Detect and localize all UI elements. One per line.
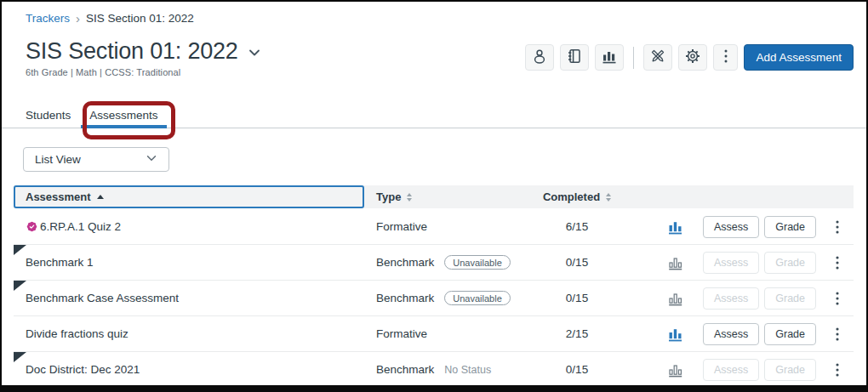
matrix-view-button[interactable] [560, 44, 589, 71]
assess-button: Assess [703, 287, 759, 310]
assess-button[interactable]: Assess [703, 323, 759, 345]
title-chevron-down-icon[interactable] [247, 45, 262, 60]
assessment-type: Formative [376, 327, 427, 340]
view-filter-row: List View [2, 147, 866, 172]
results-chart-icon [667, 361, 684, 378]
assess-button[interactable]: Assess [703, 216, 759, 238]
more-options-button[interactable] [713, 44, 738, 71]
column-header-completed[interactable]: Completed [514, 190, 640, 203]
assessment-name[interactable]: Divide fractions quiz [26, 327, 128, 340]
results-chart-icon [667, 254, 684, 271]
sort-icon [407, 193, 412, 202]
completed-count: 0/15 [514, 363, 640, 376]
results-chart-icon[interactable] [667, 326, 684, 343]
screenshot-crop-bar [2, 385, 866, 390]
assessments-table: Assessment Type Completed [14, 185, 854, 388]
completed-count: 0/15 [514, 256, 640, 269]
table-row: 6.RP.A.1 Quiz 2 Formative 6/15 Assess [14, 209, 854, 245]
page-header: SIS Section 01: 2022 6th Grade | Math | … [2, 37, 866, 77]
column-header-assessment[interactable]: Assessment [14, 185, 364, 208]
person-icon [531, 48, 548, 68]
assessment-type: Benchmark [376, 292, 434, 304]
status-badge: Unavailable [444, 255, 510, 270]
gear-icon [684, 48, 701, 68]
list-view-select-value: List View [35, 153, 81, 166]
completed-count: 0/15 [514, 292, 640, 304]
sort-icon [606, 193, 611, 202]
status-text: No Status [444, 364, 491, 376]
assessment-type: Benchmark [376, 363, 434, 376]
grade-button: Grade [764, 287, 816, 310]
results-chart-icon[interactable] [667, 219, 684, 236]
assessment-tools-button[interactable] [643, 44, 672, 71]
assessment-name[interactable]: Benchmark 1 [26, 256, 94, 269]
status-badge: Unavailable [444, 291, 510, 305]
assess-button: Assess [703, 252, 759, 274]
table-row: Benchmark 1 Benchmark Unavailable 0/15 A… [14, 245, 854, 281]
grade-button[interactable]: Grade [764, 323, 816, 345]
breadcrumb-separator-icon: › [76, 13, 80, 24]
assessment-name[interactable]: 6.RP.A.1 Quiz 2 [40, 220, 121, 233]
crossed-pencils-icon [649, 48, 666, 68]
table-row: Divide fractions quiz Formative 2/15 Ass… [14, 316, 854, 352]
table-body: 6.RP.A.1 Quiz 2 Formative 6/15 Assess [14, 209, 854, 388]
breadcrumb: Trackers › SIS Section 01: 2022 [2, 2, 866, 25]
grade-button[interactable]: Grade [764, 216, 816, 238]
breadcrumb-trackers-link[interactable]: Trackers [26, 12, 70, 25]
tab-assessments[interactable]: Assessments [81, 105, 166, 128]
list-view-select[interactable]: List View [23, 147, 169, 172]
assessment-name[interactable]: Doc District: Dec 2021 [26, 363, 140, 376]
results-chart-icon [667, 290, 684, 307]
assessment-name[interactable]: Benchmark Case Assessment [26, 292, 179, 304]
assessment-type: Formative [376, 220, 427, 233]
select-chevron-down-icon [145, 151, 158, 168]
add-assessment-button[interactable]: Add Assessment [744, 44, 854, 71]
table-header: Assessment Type Completed [14, 185, 854, 208]
performance-chart-button[interactable] [595, 44, 624, 71]
tracker-tabs: Students Assessments [2, 105, 866, 128]
table-row: Benchmark Case Assessment Benchmark Unav… [14, 281, 854, 316]
benchmark-flag-icon [14, 245, 26, 255]
kebab-icon [720, 48, 732, 68]
page-title: SIS Section 01: 2022 [26, 37, 238, 65]
table-row: Doc District: Dec 2021 Benchmark No Stat… [14, 352, 854, 388]
row-menu-kebab-icon[interactable] [831, 254, 843, 271]
tracker-toolbar: Add Assessment [525, 44, 854, 71]
tracker-subtitle: 6th Grade | Math | CCSS: Traditional [26, 67, 262, 77]
row-menu-kebab-icon[interactable] [831, 219, 843, 236]
bar-chart-icon [601, 48, 618, 68]
column-header-type[interactable]: Type [364, 190, 514, 203]
notebook-icon [566, 48, 583, 68]
assess-button: Assess [703, 359, 759, 381]
breadcrumb-current: SIS Section 01: 2022 [86, 12, 194, 25]
mastery-badge-icon [26, 220, 38, 233]
assessment-type: Benchmark [376, 256, 434, 269]
title-block: SIS Section 01: 2022 6th Grade | Math | … [26, 37, 262, 77]
sort-ascending-icon [97, 195, 104, 199]
grade-button: Grade [764, 359, 816, 381]
tab-students[interactable]: Students [17, 105, 79, 128]
toolbar-divider [633, 47, 634, 69]
benchmark-flag-icon [14, 281, 26, 291]
completed-count: 2/15 [514, 327, 640, 340]
benchmark-flag-icon [14, 352, 26, 362]
tracker-window: Trackers › SIS Section 01: 2022 SIS Sect… [0, 0, 868, 392]
students-view-button[interactable] [525, 44, 554, 71]
settings-button[interactable] [678, 44, 707, 71]
row-menu-kebab-icon[interactable] [831, 361, 843, 378]
grade-button: Grade [764, 252, 816, 274]
row-menu-kebab-icon[interactable] [831, 326, 843, 343]
completed-count: 6/15 [514, 220, 640, 233]
row-menu-kebab-icon[interactable] [831, 290, 843, 307]
